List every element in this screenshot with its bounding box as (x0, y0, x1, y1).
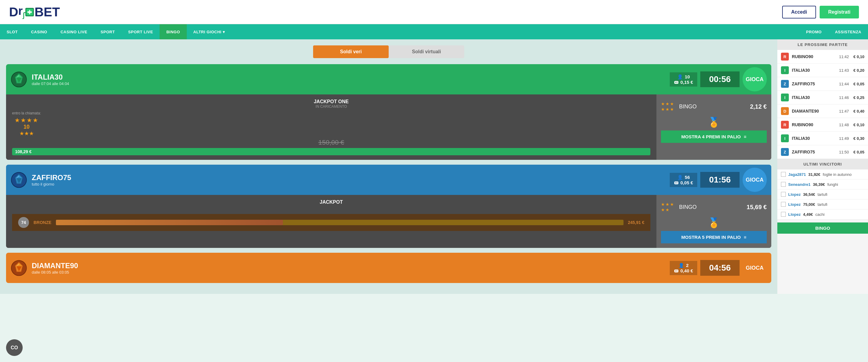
winner-amount-2: 36,39€ (813, 182, 825, 187)
nav-casino[interactable]: CASINO (25, 24, 54, 39)
nav-bingo[interactable]: BINGO (160, 24, 186, 39)
play-button-zaffiro75[interactable]: GIOCA (743, 168, 767, 192)
nav-altri-giochi[interactable]: ALTRI GIOCHI ▾ (187, 24, 232, 39)
price-value-italia30: 0,15 € (680, 80, 693, 85)
price-stat-italia30: 🎟 0,15 € (674, 80, 693, 85)
list-item: Llopez 36,54€ tartufi (777, 190, 868, 199)
game-price-diamante90-1: € 0,40 (854, 109, 864, 113)
header-buttons: Accedi Registrati (782, 6, 859, 19)
game-price-italia30-3: € 0,30 (854, 136, 864, 141)
card-game-name-italia30: ITALIA30 (32, 73, 670, 81)
nav-promo[interactable]: PROMO (799, 24, 829, 39)
bronze-amount-zaffiro75: 245,91 € (628, 220, 645, 225)
winner-checkbox-1[interactable] (781, 172, 786, 177)
game-name-rubino90-2: RUBINO90 (792, 122, 839, 127)
nav-sport[interactable]: SPORT (94, 24, 122, 39)
main-nav: SLOT CASINO CASINO LIVE SPORT SPORT LIVE… (0, 24, 868, 39)
gem-icon-diamante90 (10, 260, 27, 276)
ticket-icon3: 🎟 (674, 268, 679, 273)
price-stat-zaffiro75: 🎟 0,05 € (674, 180, 693, 185)
players-count-diamante90: 2 (686, 263, 688, 268)
winner-item-2: funghi (827, 182, 838, 187)
bingo-ribbon: BINGO (777, 222, 868, 234)
card-game-name-zaffiro75: ZAFFIRO75 (32, 173, 670, 182)
price-value-diamante90: 0,40 € (680, 268, 693, 273)
bingo-label-zaffiro75: BINGO (676, 204, 746, 211)
list-item: I ITALIA30 11:49 € 0,30 (777, 132, 868, 145)
prize-panel-zaffiro75: ★★★ ★★ BINGO 15,69 € 🏅 MOSTRA 5 PREMI IN… (656, 195, 771, 248)
logo: D rʃ BET (9, 4, 60, 19)
jackpot-call-area: entro la chiamata: ★ ★ ★ ★ 10 ★★★ (12, 111, 41, 137)
winner-checkbox-3[interactable] (781, 192, 786, 197)
nav-casino-live[interactable]: CASINO LIVE (54, 24, 94, 39)
bingo-prize-zaffiro75: 15,69 € (746, 204, 767, 211)
mostra-premi-button-zaffiro75[interactable]: MOSTRA 5 PREMI IN PALIO ≡ (661, 231, 767, 243)
badge-zaffiro75-1: Z (781, 80, 789, 88)
winner-amount-3: 36,54€ (803, 192, 815, 197)
badge-italia30-2: I (781, 93, 789, 102)
timer-zaffiro75: 01:56 (700, 172, 740, 188)
card-stats-zaffiro75: 👤 56 🎟 0,05 € (670, 173, 697, 187)
players-icon2: 👤 (677, 175, 683, 180)
game-card-diamante90: DIAMANTE90 dalle 08:05 alle 03:05 👤 2 🎟 … (6, 253, 771, 283)
game-time-diamante90-1: 11:47 (839, 109, 849, 113)
nav-slot[interactable]: SLOT (0, 24, 25, 39)
game-name-rubino90-1: RUBINO90 (792, 54, 839, 59)
list-icon-zaffiro75: ≡ (744, 234, 746, 240)
winner-checkbox-5[interactable] (781, 212, 786, 217)
winner-checkbox-2[interactable] (781, 182, 786, 187)
svg-rect-1 (29, 10, 30, 14)
ticket-icon2: 🎟 (674, 180, 679, 185)
card-stats-italia30: 👤 10 🎟 0,15 € (670, 72, 697, 87)
timer-diamante90: 04:56 (700, 260, 740, 276)
jackpot-stars: ★ ★ ★ ★ (12, 116, 41, 124)
prize-bingo-italia30: ★★★ ★★★ BINGO 2,12 € (661, 99, 767, 114)
jackpot-progress-italia30: 108,29 € (12, 148, 650, 155)
players-icon: 👤 (677, 74, 683, 80)
winner-name-3: Llopez (788, 192, 801, 197)
tab-soldi-veri[interactable]: Soldi veri (313, 46, 389, 58)
bronze-badge-zaffiro75: 74 (18, 217, 29, 228)
nav-assistenza[interactable]: ASSISTENZA (829, 24, 868, 39)
mostra-premi-button-italia30[interactable]: MOSTRA 4 PREMI IN PALIO ≡ (661, 131, 767, 143)
jackpot-call-value: 10 (12, 124, 41, 130)
winner-item-3: tartufi (817, 192, 828, 197)
badge-rubino90-2: R (781, 121, 789, 129)
winner-item-4: tartufi (817, 202, 828, 207)
mostra-premi-label-zaffiro75: MOSTRA 5 PREMI IN PALIO (681, 234, 741, 240)
award-icon-italia30: 🏅 (661, 116, 767, 128)
winner-amount-5: 4,49€ (803, 212, 813, 217)
list-item: Z ZAFFIRO75 11:50 € 0,05 (777, 145, 868, 159)
winner-checkbox-4[interactable] (781, 202, 786, 207)
game-name-zaffiro75-1: ZAFFIRO75 (792, 81, 839, 86)
winner-name-5: Llopez (788, 212, 801, 217)
players-count-italia30: 10 (685, 74, 690, 79)
players-count-zaffiro75: 56 (685, 175, 690, 180)
gem-icon-italia30 (10, 71, 27, 88)
card-game-name-diamante90: DIAMANTE90 (32, 261, 670, 270)
mostra-premi-label-italia30: MOSTRA 4 PREMI IN PALIO (681, 134, 741, 139)
game-price-zaffiro75-2: € 0,05 (854, 150, 864, 155)
registrati-button[interactable]: Registrati (819, 6, 859, 19)
tab-soldi-virtuali[interactable]: Soldi virtuali (389, 46, 464, 58)
nav-sport-live[interactable]: SPORT LIVE (122, 24, 160, 39)
winner-item-5: cachi (815, 212, 825, 217)
game-time-zaffiro75-2: 11:50 (839, 150, 849, 155)
play-button-italia30[interactable]: GIOCA (743, 67, 767, 91)
game-name-italia30-2: ITALIA30 (792, 95, 839, 100)
game-price-rubino90-2: € 0,10 (854, 122, 864, 127)
players-icon3: 👤 (679, 263, 684, 268)
card-stats-diamante90: 👤 2 🎟 0,40 € (670, 261, 697, 275)
jackpot-title-italia30: JACKPOT ONE (12, 99, 650, 105)
card-title-area-italia30: ITALIA30 dalle 07:04 alle 04:04 (32, 73, 670, 86)
accedi-button[interactable]: Accedi (782, 6, 816, 19)
game-time-rubino90-2: 11:48 (839, 122, 849, 127)
main-container: Soldi veri Soldi virtuali ITALIA30 (0, 39, 868, 294)
game-price-zaffiro75-1: € 0,05 (854, 82, 864, 86)
prize-stars-italia30: ★★★ ★★★ (661, 102, 676, 112)
play-button-diamante90[interactable]: GIOCA (743, 256, 767, 280)
game-price-italia30-2: € 0,25 (854, 95, 864, 100)
jackpot-old-amount-italia30: 150,00 € (12, 139, 650, 146)
jackpot-title-zaffiro75: JACKPOT (12, 199, 650, 205)
winner-item-1: foglie in autunno (823, 172, 851, 177)
